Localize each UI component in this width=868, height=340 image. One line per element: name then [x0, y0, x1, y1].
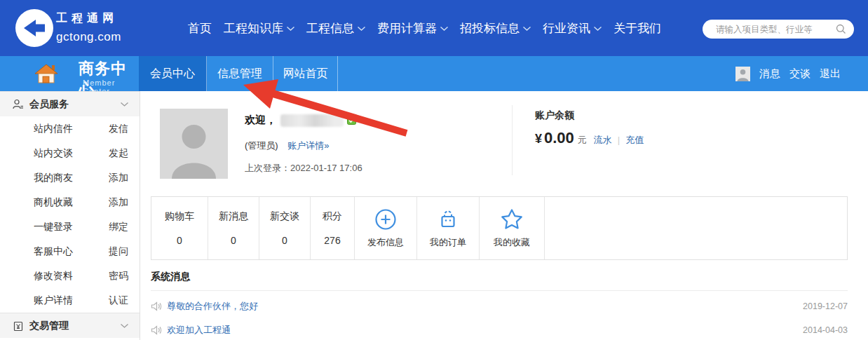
- site-domain: gctong.com: [56, 30, 121, 44]
- stat-cart[interactable]: 购物车 0: [151, 197, 208, 259]
- my-orders-button[interactable]: 我的订单: [417, 197, 480, 259]
- my-favorites-button[interactable]: 我的收藏: [480, 197, 545, 259]
- divider: [151, 290, 848, 291]
- order-bag-icon: [436, 208, 460, 231]
- main-nav: 首页 工程知识库 工程信息 费用计算器 招投标信息 行业资讯 关于我们: [188, 0, 661, 56]
- publish-info-button[interactable]: 发布信息: [355, 197, 417, 259]
- role-line: (管理员) 账户详情»: [245, 140, 330, 152]
- sidebar-action-add-favorite[interactable]: 添加: [109, 196, 128, 209]
- sidebar-item-service-center[interactable]: 客服中心 提问: [0, 239, 140, 264]
- message-row: 欢迎加入工程通 2014-04-03: [151, 318, 848, 340]
- stats-box: 购物车 0 新消息 0 新交谈 0 积分 276 发布信息 我的订单 我的收藏: [151, 196, 848, 260]
- site-name: 工程通网: [56, 11, 121, 26]
- vertical-divider: [512, 105, 513, 175]
- stat-new-chats[interactable]: 新交谈 0: [259, 197, 311, 259]
- logout-link[interactable]: 退出: [820, 67, 841, 81]
- account-detail-link[interactable]: 账户详情»: [287, 140, 329, 151]
- nav-item-knowledge[interactable]: 工程知识库: [224, 20, 294, 36]
- member-bar: 商务中心 Member Center 会员中心 信息管理 网站首页 消息 交谈 …: [0, 56, 868, 91]
- messages-link[interactable]: 消息: [759, 67, 780, 81]
- sidebar-item-favorites[interactable]: 商机收藏 添加: [0, 190, 140, 215]
- announcement-speaker-icon: [151, 301, 162, 311]
- welcome-line: 欢迎，: [245, 114, 356, 127]
- sidebar: 会员服务 站内信件 发信 站内交谈 发起 我的商友 添加 商机收藏 添加 一键登…: [0, 91, 140, 340]
- verified-check-icon: [347, 116, 356, 125]
- balance-title: 账户余额: [535, 109, 644, 122]
- sidebar-item-account-detail[interactable]: 账户详情 认证: [0, 288, 140, 313]
- stats-empty-space: [545, 197, 847, 259]
- message-date: 2014-04-03: [803, 325, 848, 335]
- main-content: 欢迎， (管理员) 账户详情» 上次登录：2022-01-17 17:06 账户…: [140, 91, 868, 340]
- message-date: 2019-12-07: [803, 301, 848, 311]
- gctong-logo-icon[interactable]: [15, 9, 53, 47]
- sidebar-section-trade-management[interactable]: 交易管理: [0, 313, 140, 338]
- chevron-down-icon: [523, 27, 531, 31]
- balance-panel: 账户余额 ¥ 0.00 元 流水 | 充值: [535, 109, 644, 147]
- last-login: 上次登录：2022-01-17 17:06: [245, 162, 362, 175]
- recharge-link[interactable]: 充值: [625, 134, 644, 147]
- sidebar-action-bind[interactable]: 绑定: [109, 221, 128, 233]
- chevron-down-icon: [287, 27, 294, 31]
- tab-info-management[interactable]: 信息管理: [207, 56, 273, 91]
- stat-new-messages[interactable]: 新消息 0: [208, 197, 259, 259]
- sidebar-action-verify[interactable]: 认证: [109, 294, 128, 307]
- sidebar-action-add-partner[interactable]: 添加: [109, 172, 128, 184]
- trade-icon: [13, 320, 24, 332]
- member-center-brand: 商务中心 Member Center: [0, 56, 139, 91]
- sidebar-section-member-services[interactable]: 会员服务: [0, 91, 140, 116]
- sidebar-item-edit-profile[interactable]: 修改资料 密码: [0, 264, 140, 288]
- system-message-link[interactable]: 欢迎加入工程通: [167, 324, 803, 336]
- sidebar-action-password[interactable]: 密码: [109, 270, 128, 283]
- chevron-down-icon: [440, 27, 448, 31]
- search-input[interactable]: [714, 24, 836, 35]
- sidebar-section-label: 会员服务: [29, 98, 121, 111]
- logo-text: 工程通网 gctong.com: [56, 11, 121, 44]
- star-icon: [500, 208, 524, 231]
- nav-item-bidding-info[interactable]: 招投标信息: [460, 20, 531, 36]
- sidebar-action-ask[interactable]: 提问: [109, 245, 128, 258]
- sidebar-item-mail[interactable]: 站内信件 发信: [0, 116, 140, 141]
- welcome-greeting: 欢迎，: [245, 114, 276, 127]
- home-house-icon: [34, 63, 59, 87]
- profile-avatar: [160, 109, 228, 179]
- announcement-speaker-icon: [151, 325, 162, 335]
- search-box: [703, 20, 854, 39]
- chevron-down-icon: [121, 102, 128, 107]
- link-separator: |: [618, 135, 620, 145]
- search-icon[interactable]: [836, 24, 846, 34]
- role-label: (管理员): [245, 140, 278, 151]
- plus-circle-icon: [374, 208, 398, 231]
- nav-item-cost-calculator[interactable]: 费用计算器: [377, 20, 448, 36]
- member-icon: [13, 99, 24, 110]
- chevron-down-icon: [121, 324, 128, 328]
- sidebar-item-chat[interactable]: 站内交谈 发起: [0, 141, 140, 165]
- message-row: 尊敬的合作伙伴，您好 2019-12-07: [151, 294, 848, 318]
- chat-link[interactable]: 交谈: [789, 67, 811, 81]
- username-redacted: [280, 114, 344, 127]
- tab-site-home[interactable]: 网站首页: [273, 56, 338, 91]
- sidebar-section-label: 交易管理: [29, 320, 121, 332]
- stat-points[interactable]: 积分 276: [311, 197, 355, 259]
- system-messages-title: 系统消息: [151, 271, 190, 283]
- sidebar-action-send-mail[interactable]: 发信: [109, 123, 128, 135]
- sidebar-item-one-key-login[interactable]: 一键登录 绑定: [0, 215, 140, 239]
- chevron-down-icon: [358, 27, 365, 31]
- avatar[interactable]: [735, 67, 750, 81]
- balance-unit: 元: [578, 134, 587, 147]
- nav-item-industry-news[interactable]: 行业资讯: [543, 20, 602, 36]
- sidebar-item-partners[interactable]: 我的商友 添加: [0, 165, 140, 190]
- sidebar-action-start-chat[interactable]: 发起: [109, 147, 128, 160]
- flow-link[interactable]: 流水: [594, 134, 612, 147]
- nav-item-home[interactable]: 首页: [188, 20, 212, 36]
- currency-symbol: ¥: [535, 132, 542, 147]
- nav-item-project-info[interactable]: 工程信息: [306, 20, 365, 36]
- top-header: 工程通网 gctong.com 首页 工程知识库 工程信息 费用计算器 招投标信…: [0, 0, 868, 56]
- member-tabs: 会员中心 信息管理 网站首页: [139, 56, 338, 91]
- balance-amount: 0.00: [544, 129, 574, 147]
- system-message-link[interactable]: 尊敬的合作伙伴，您好: [167, 300, 803, 313]
- tab-member-center[interactable]: 会员中心: [139, 56, 207, 91]
- chevron-down-icon: [594, 27, 602, 31]
- nav-item-about-us[interactable]: 关于我们: [613, 20, 661, 36]
- user-quick-actions: 消息 交谈 退出: [735, 56, 841, 91]
